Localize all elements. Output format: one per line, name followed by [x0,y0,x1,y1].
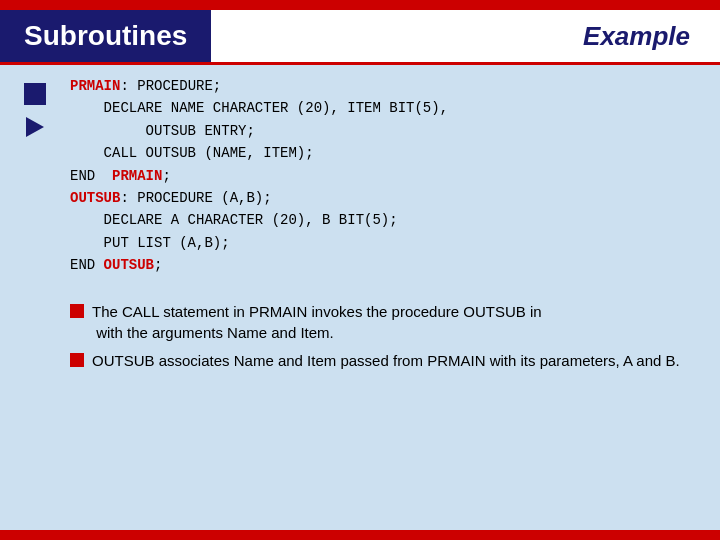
code-line-2: DECLARE NAME CHARACTER (20), ITEM BIT(5)… [70,97,700,119]
code-line-5: END PRMAIN; [70,165,700,187]
code-line-8: PUT LIST (A,B); [70,232,700,254]
slide: Subroutines Example PRMAIN: PROCEDURE; D… [0,0,720,540]
code-line-4: CALL OUTSUB (NAME, ITEM); [70,142,700,164]
code-keyword: PRMAIN [70,78,120,94]
top-bar [0,0,720,10]
bullet-text-1: The CALL statement in PRMAIN invokes the… [92,301,700,345]
code-line-1: PRMAIN: PROCEDURE; [70,75,700,97]
slide-title: Subroutines [24,20,187,52]
bullet-item-2: OUTSUB associates Name and Item passed f… [70,350,700,372]
bullet-square-2 [70,353,84,367]
small-square [24,83,46,105]
code-line-6: OUTSUB: PROCEDURE (A,B); [70,187,700,209]
arrow-icon [26,117,44,137]
code-line-3: OUTSUB ENTRY; [70,120,700,142]
bottom-bar [0,530,720,540]
bullet-square-1 [70,304,84,318]
main-content: PRMAIN: PROCEDURE; DECLARE NAME CHARACTE… [70,75,720,520]
bullet-text-2: OUTSUB associates Name and Item passed f… [92,350,700,372]
code-line-9: END OUTSUB; [70,254,700,276]
bullets-section: The CALL statement in PRMAIN invokes the… [70,293,700,378]
code-line-7: DECLARE A CHARACTER (20), B BIT(5); [70,209,700,231]
content-area: PRMAIN: PROCEDURE; DECLARE NAME CHARACTE… [0,65,720,530]
bullet-item-1: The CALL statement in PRMAIN invokes the… [70,301,700,345]
header: Subroutines Example [0,10,720,65]
header-example: Example [211,10,720,62]
left-sidebar [0,75,70,520]
header-title-block: Subroutines [0,10,211,62]
example-label: Example [583,21,690,52]
code-block: PRMAIN: PROCEDURE; DECLARE NAME CHARACTE… [70,75,700,277]
